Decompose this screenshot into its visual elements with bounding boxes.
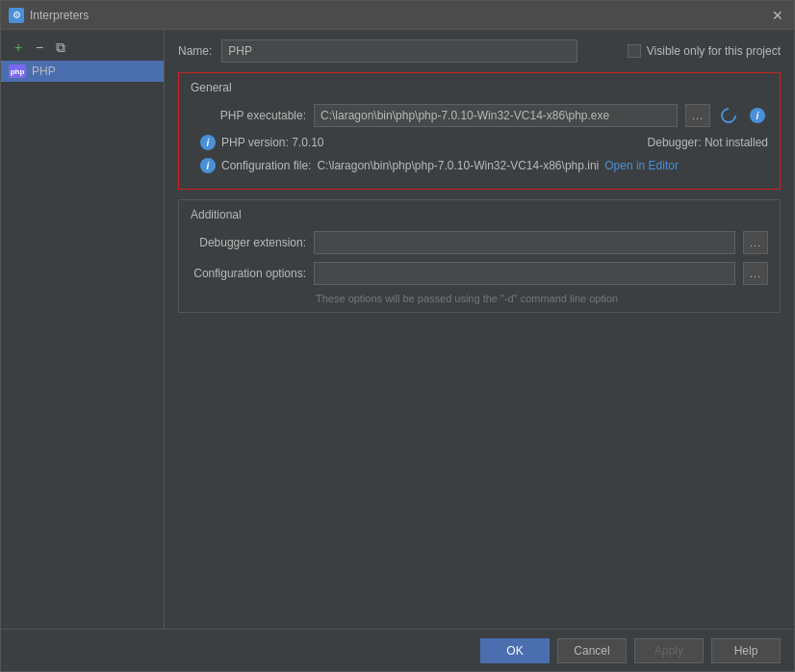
php-executable-input[interactable] (314, 104, 678, 127)
refresh-icon (718, 105, 740, 127)
config-file-row: i Configuration file: C:\laragon\bin\php… (191, 158, 768, 173)
debugger-extension-input[interactable] (314, 231, 735, 254)
add-interpreter-button[interactable]: + (9, 38, 28, 57)
config-info-icon: i (200, 158, 216, 173)
title-bar: ⚙ Interpreters ✕ (1, 1, 794, 30)
php-version-text: PHP version: 7.0.10 (221, 136, 324, 149)
ok-button[interactable]: OK (480, 638, 550, 663)
info-button[interactable]: i (747, 105, 768, 126)
config-file-label: Configuration file: (221, 159, 311, 172)
sidebar-item-label: PHP (32, 65, 56, 78)
dialog-title: Interpreters (30, 9, 89, 22)
config-file-path: C:\laragon\bin\php\php-7.0.10-Win32-VC14… (317, 159, 599, 172)
copy-interpreter-button[interactable]: ⧉ (51, 38, 70, 57)
additional-title: Additional (191, 208, 768, 221)
additional-section: Additional Debugger extension: ... Confi… (178, 199, 781, 313)
close-button[interactable]: ✕ (769, 7, 786, 24)
interpreters-dialog: ⚙ Interpreters ✕ + − ⧉ php PHP Name: (0, 0, 795, 672)
debugger-extension-label: Debugger extension: (191, 236, 306, 249)
config-options-input[interactable] (314, 262, 735, 285)
php-version-row: i PHP version: 7.0.10 Debugger: Not inst… (191, 135, 768, 150)
config-options-label: Configuration options: (191, 267, 306, 280)
config-options-row: Configuration options: ... (191, 262, 768, 285)
version-info-icon: i (200, 135, 216, 150)
visible-label: Visible only for this project (647, 44, 781, 58)
general-title: General (191, 81, 768, 94)
visible-checkbox[interactable] (628, 44, 641, 58)
remove-interpreter-button[interactable]: − (30, 38, 49, 57)
apply-button[interactable]: Apply (634, 638, 704, 663)
php-executable-label: PHP executable: (191, 109, 306, 122)
info-icon: i (750, 108, 765, 123)
open-in-editor-link[interactable]: Open in Editor (604, 159, 679, 172)
sidebar: + − ⧉ php PHP (1, 30, 165, 629)
visible-checkbox-area: Visible only for this project (628, 44, 781, 58)
php-executable-row: PHP executable: ... i (191, 104, 768, 127)
name-input[interactable] (221, 39, 577, 63)
help-button[interactable]: Help (711, 638, 781, 663)
php-executable-browse-button[interactable]: ... (685, 104, 710, 127)
name-row: Name: Visible only for this project (178, 39, 781, 63)
sidebar-item-php[interactable]: php PHP (1, 61, 164, 82)
general-section: General PHP executable: ... i i P (178, 72, 781, 190)
cancel-button[interactable]: Cancel (557, 638, 627, 663)
main-content: + − ⧉ php PHP Name: Visible only for thi… (1, 30, 794, 629)
sidebar-toolbar: + − ⧉ (1, 34, 164, 61)
right-panel: Name: Visible only for this project Gene… (165, 30, 794, 629)
bottom-bar: OK Cancel Apply Help (1, 629, 794, 671)
refresh-interpreter-button[interactable] (718, 105, 739, 126)
debugger-extension-row: Debugger extension: ... (191, 231, 768, 254)
php-icon: php (9, 65, 26, 78)
name-label: Name: (178, 44, 212, 58)
title-bar-left: ⚙ Interpreters (9, 8, 89, 23)
debugger-status-text: Debugger: Not installed (648, 136, 768, 149)
debugger-extension-browse-button[interactable]: ... (743, 231, 768, 254)
hint-text: These options will be passed using the "… (191, 293, 768, 304)
dialog-icon: ⚙ (9, 8, 24, 23)
config-options-browse-button[interactable]: ... (743, 262, 768, 285)
